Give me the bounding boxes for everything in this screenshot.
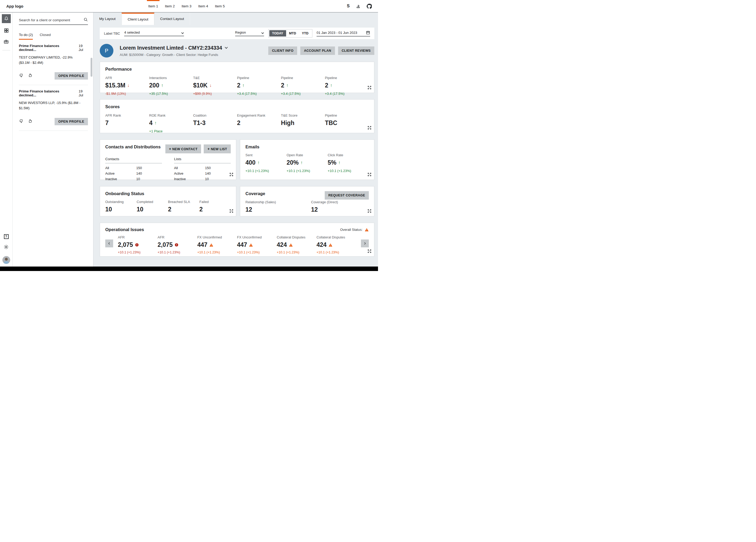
s-brand-icon[interactable]: S xyxy=(347,4,350,8)
tab-closed[interactable]: Closed xyxy=(40,33,51,40)
warning-icon xyxy=(249,243,253,247)
carousel-next-button[interactable] xyxy=(361,239,369,247)
multiselect-dropdown[interactable]: 4 selected xyxy=(124,30,184,36)
error-icon xyxy=(135,243,139,247)
warning-icon xyxy=(365,228,369,232)
scores-card: Scores AFR Rank 7 ROE Rank 4↑ +1 Place C xyxy=(100,99,374,133)
notification-body: TEST COMPANY LIMITED, -22.9% ($3.1M - $2… xyxy=(19,55,82,65)
client-info-button[interactable]: CLIENT INFO xyxy=(268,46,297,55)
main-area: My Layout Client Layout Contact Layout L… xyxy=(93,13,378,266)
expand-icon[interactable] xyxy=(367,126,371,131)
client-reviews-button[interactable]: CLIENT REVIEWS xyxy=(338,46,374,55)
arrow-up-icon: ↑ xyxy=(338,160,341,165)
notification-card: Prime Finance balances declined... 19 Ju… xyxy=(19,40,88,85)
tab-contact-layout[interactable]: Contact Layout xyxy=(154,13,190,25)
arrow-up-icon: ↑ xyxy=(154,120,157,126)
ops-metric-collateral-disputes: Collateral Disputes 424 +10.1 (+1.23%) xyxy=(317,235,356,254)
contacts-distributions-card: Contacts and Distributions +NEW CONTACT … xyxy=(100,139,236,180)
expand-icon[interactable] xyxy=(367,249,371,254)
expand-icon[interactable] xyxy=(367,209,371,214)
region-value: Region xyxy=(235,30,246,34)
search-input[interactable] xyxy=(19,18,83,22)
tab-client-layout[interactable]: Client Layout xyxy=(122,13,154,25)
search-icon[interactable] xyxy=(83,17,88,23)
multiselect-value: 4 selected xyxy=(124,30,140,34)
expand-icon[interactable] xyxy=(229,172,233,177)
notifications-bell-icon[interactable] xyxy=(2,14,11,23)
region-dropdown[interactable]: Region xyxy=(235,30,264,36)
calendar-icon xyxy=(366,30,370,35)
coverage-card: Coverage REQUEST COVERAGE Relationship (… xyxy=(240,186,374,216)
nav-item-4[interactable]: Item 4 xyxy=(195,0,212,12)
ops-metric-afr: AFR 2,075 +10.1 (+1.23%) xyxy=(118,235,157,254)
seg-mtd[interactable]: MTD xyxy=(286,30,299,36)
arrow-up-icon: ↑ xyxy=(242,83,245,88)
plus-icon: + xyxy=(207,147,209,151)
metric-engagement-rank: Engagement Rank 2 xyxy=(237,113,281,133)
open-profile-button[interactable]: OPEN PROFILE xyxy=(55,118,88,125)
filter-bar: Label TBC 4 selected Region TODAY MTD YT… xyxy=(100,28,374,39)
nav-item-3[interactable]: Item 3 xyxy=(178,0,195,12)
chevron-down-icon xyxy=(261,31,264,34)
metric-pipeline: Pipeline 2↑ +3.4 (17.5%) xyxy=(325,76,369,96)
thumbs-up-icon[interactable] xyxy=(28,119,33,124)
nav-item-2[interactable]: Item 2 xyxy=(161,0,178,12)
open-profile-button[interactable]: OPEN PROFILE xyxy=(55,72,88,80)
overall-status-label: Overall Status: xyxy=(340,228,363,231)
error-icon xyxy=(175,243,179,247)
thumbs-down-icon[interactable] xyxy=(19,73,24,79)
thumbs-down-icon[interactable] xyxy=(19,119,24,124)
stackoverflow-icon[interactable] xyxy=(356,4,360,8)
request-coverage-button[interactable]: REQUEST COVERAGE xyxy=(325,191,369,199)
body: ? xyxy=(0,13,378,266)
table-row: All150 xyxy=(105,165,162,171)
notification-body: NEW INVESTORS LLP, -15.9% ($1.8M - $1.5M… xyxy=(19,100,82,111)
tab-todo[interactable]: To do (2) xyxy=(19,33,33,40)
rail-divider xyxy=(2,50,10,50)
carousel-prev-button[interactable] xyxy=(105,239,113,247)
expand-icon[interactable] xyxy=(367,172,371,177)
metric-te-score: T&E Score High xyxy=(281,113,325,133)
expand-icon[interactable] xyxy=(367,86,371,91)
user-avatar[interactable] xyxy=(2,256,10,264)
metric-pipeline: Pipeline 2↑ +3.4 (17.5%) xyxy=(237,76,281,96)
seg-ytd[interactable]: YTD xyxy=(299,30,311,36)
arrow-down-icon: ↓ xyxy=(127,83,130,88)
date-range-picker[interactable]: 01 Jan 2023 - 01 Jun 2023 xyxy=(317,30,370,36)
metric-coverage-direct: Coverage (Direct) 12 xyxy=(311,200,369,213)
briefcase-icon[interactable] xyxy=(3,39,9,45)
metric-outstanding: Outstanding 10 xyxy=(105,200,137,213)
nav-item-5[interactable]: Item 5 xyxy=(212,0,228,12)
metric-failed: Failed 2 xyxy=(199,200,231,213)
metric-breached-sla: Breached SLA 2 xyxy=(168,200,199,213)
tab-my-layout[interactable]: My Layout xyxy=(93,13,122,25)
thumbs-up-icon[interactable] xyxy=(28,73,33,79)
sidebar-scrollbar[interactable] xyxy=(91,58,92,77)
table-row: All150 xyxy=(174,165,231,171)
account-plan-button[interactable]: ACCOUNT PLAN xyxy=(300,46,335,55)
nav-item-1[interactable]: Item 1 xyxy=(145,0,162,12)
sidebar: To do (2) Closed Prime Finance balances … xyxy=(13,13,93,266)
grid-apps-icon[interactable] xyxy=(4,28,9,34)
new-list-button[interactable]: +NEW LIST xyxy=(204,144,231,153)
lists-column: Lists All150 Active140 Inactive10 xyxy=(174,157,231,182)
expand-icon[interactable] xyxy=(229,209,233,214)
ops-metric-collateral-disputes: Collateral Disputes 424 +10.1 (+1.23%) xyxy=(277,235,316,254)
help-icon[interactable]: ? xyxy=(4,234,9,239)
filter-label: Label TBC xyxy=(104,31,120,35)
new-contact-button[interactable]: +NEW CONTACT xyxy=(165,144,201,153)
arrow-up-icon: ↑ xyxy=(301,160,303,165)
metric-pipeline: Pipeline 2↑ +3.4 (17.5%) xyxy=(281,76,325,96)
client-chevron-down-icon[interactable] xyxy=(225,46,228,49)
seg-today[interactable]: TODAY xyxy=(269,30,286,36)
card-title: Onboarding Status xyxy=(105,191,231,196)
notification-date: 19 Jul xyxy=(77,89,88,97)
date-range-segmented: TODAY MTD YTD xyxy=(268,29,312,38)
settings-gear-icon[interactable] xyxy=(3,244,9,251)
layout-tabbar: My Layout Client Layout Contact Layout xyxy=(93,13,378,25)
plus-icon: + xyxy=(169,147,171,151)
date-range-value: 01 Jan 2023 - 01 Jun 2023 xyxy=(317,31,357,35)
github-icon[interactable] xyxy=(367,4,372,9)
card-title: Scores xyxy=(105,104,369,109)
metric-coalition: Coalition T1-3 xyxy=(193,113,237,133)
